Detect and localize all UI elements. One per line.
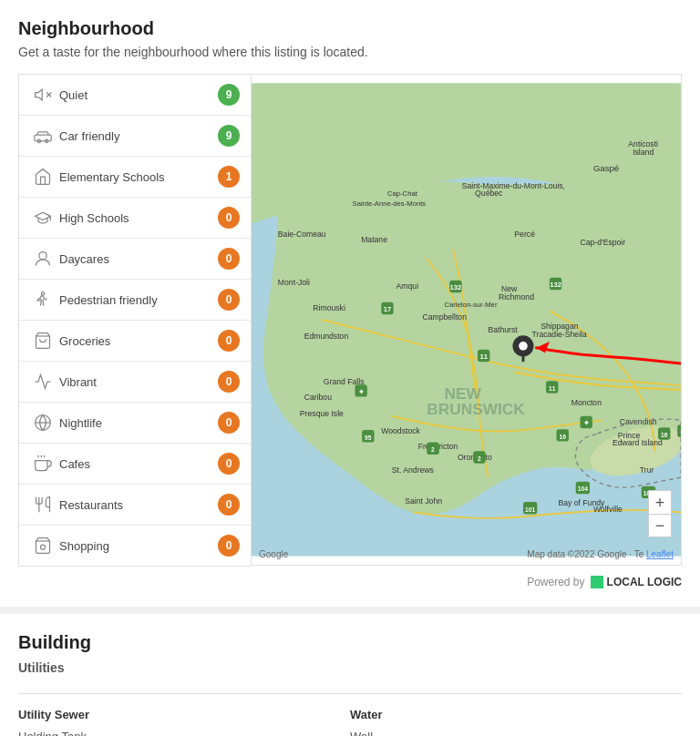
- svg-text:11: 11: [479, 353, 488, 361]
- svg-point-5: [39, 252, 46, 260]
- building-section: Building Utilities Utility Sewer Water H…: [0, 614, 700, 736]
- restaurants-label: Restaurants: [56, 498, 218, 512]
- svg-text:Mont-Joli: Mont-Joli: [278, 278, 310, 287]
- svg-text:Anticosti: Anticosti: [628, 139, 658, 148]
- svg-text:11: 11: [549, 385, 556, 392]
- svg-text:Gaspé: Gaspé: [593, 163, 619, 173]
- neighbourhood-item-elementary-schools[interactable]: Elementary Schools1: [19, 157, 251, 198]
- svg-text:Shippagan: Shippagan: [540, 322, 579, 331]
- neighbourhood-section: Neighbourhood Get a taste for the neighb…: [0, 0, 700, 607]
- svg-text:Edward Island: Edward Island: [612, 438, 663, 447]
- svg-text:✦: ✦: [358, 388, 365, 396]
- neighbourhood-item-pedestrian-friendly[interactable]: Pedestrian friendly0: [19, 280, 251, 321]
- building-title: Building: [18, 632, 682, 653]
- svg-text:Sainte-Anne-des-Monts: Sainte-Anne-des-Monts: [353, 199, 427, 208]
- cafes-icon: [30, 455, 56, 473]
- groceries-label: Groceries: [56, 334, 218, 348]
- neighbourhood-item-nightlife[interactable]: Nightlife0: [19, 403, 251, 444]
- utilities-label: Utilities: [18, 660, 682, 682]
- map-controls: + −: [648, 490, 672, 537]
- svg-text:2: 2: [431, 446, 435, 453]
- neighbourhood-item-daycares[interactable]: Daycares0: [19, 239, 251, 280]
- vibrant-label: Vibrant: [56, 375, 218, 389]
- map-attribution: Map data ©2022 Google · Te Leaflet: [527, 549, 674, 559]
- elementary-schools-label: Elementary Schools: [56, 170, 218, 184]
- svg-text:St. Andrews: St. Andrews: [392, 465, 435, 475]
- svg-text:2: 2: [478, 455, 481, 462]
- restaurants-icon: [30, 496, 56, 514]
- building-table: Utility Sewer Water Holding Tank Well: [18, 693, 682, 736]
- svg-text:BRUNSWICK: BRUNSWICK: [427, 400, 525, 418]
- neighbourhood-item-groceries[interactable]: Groceries0: [19, 321, 251, 362]
- restaurants-badge: 0: [218, 494, 240, 516]
- neighbourhood-item-restaurants[interactable]: Restaurants0: [19, 485, 251, 526]
- map-container: ✦ ✦ ✦ Baie-Comeau Sainte-Anne-des-Monts …: [251, 74, 682, 566]
- svg-text:Amqui: Amqui: [396, 281, 419, 291]
- svg-point-14: [41, 545, 46, 549]
- shopping-label: Shopping: [56, 539, 218, 553]
- svg-rect-2: [35, 135, 51, 141]
- svg-text:Grand Falls: Grand Falls: [324, 377, 365, 386]
- svg-text:Bay of Fundy: Bay of Fundy: [558, 498, 605, 507]
- daycares-label: Daycares: [56, 252, 218, 266]
- svg-text:Rimouski: Rimouski: [313, 303, 345, 312]
- svg-text:132: 132: [450, 283, 462, 291]
- cafes-badge: 0: [218, 453, 240, 475]
- neighbourhood-title: Neighbourhood: [18, 18, 682, 39]
- daycares-badge: 0: [218, 248, 240, 270]
- svg-text:Carleton-sur-Mer: Carleton-sur-Mer: [444, 301, 497, 309]
- daycares-icon: [30, 250, 56, 268]
- utility-sewer-header: Utility Sewer: [18, 708, 89, 721]
- building-header-row: Utility Sewer Water: [18, 703, 682, 725]
- car-friendly-label: Car friendly: [56, 129, 218, 143]
- vibrant-icon: [30, 373, 56, 391]
- svg-text:Tracadie-Sheila: Tracadie-Sheila: [532, 330, 587, 339]
- neighbourhood-item-quiet[interactable]: Quiet9: [19, 75, 251, 116]
- neighbourhood-item-high-schools[interactable]: High Schools0: [19, 198, 251, 239]
- utility-sewer-value: Holding Tank: [18, 730, 87, 736]
- neighbourhood-item-vibrant[interactable]: Vibrant0: [19, 362, 251, 403]
- car-friendly-badge: 9: [218, 125, 240, 147]
- high-schools-badge: 0: [218, 207, 240, 229]
- leaflet-link[interactable]: Leaflet: [646, 549, 674, 559]
- svg-text:132: 132: [550, 281, 561, 289]
- nightlife-badge: 0: [218, 412, 240, 434]
- zoom-out-button[interactable]: −: [648, 514, 672, 537]
- svg-text:✦: ✦: [583, 419, 590, 427]
- pedestrian-friendly-icon: [30, 291, 56, 309]
- quiet-label: Quiet: [56, 88, 218, 102]
- svg-text:101: 101: [525, 506, 535, 513]
- pedestrian-friendly-label: Pedestrian friendly: [56, 293, 218, 307]
- svg-text:95: 95: [365, 434, 372, 441]
- car-friendly-icon: [30, 127, 56, 145]
- svg-text:Island: Island: [633, 148, 654, 157]
- water-value: Well: [350, 730, 373, 736]
- local-logic-logo: LOCAL LOGIC: [591, 576, 682, 588]
- neighbourhood-item-shopping[interactable]: Shopping0: [19, 526, 251, 566]
- svg-text:Moncton: Moncton: [571, 398, 602, 407]
- svg-text:Bathurst: Bathurst: [489, 325, 519, 334]
- quiet-badge: 9: [218, 84, 240, 106]
- neighbourhood-item-cafes[interactable]: Cafes0: [19, 444, 251, 485]
- svg-text:Presque Isle: Presque Isle: [300, 409, 344, 418]
- groceries-badge: 0: [218, 330, 240, 352]
- svg-text:16: 16: [661, 432, 668, 438]
- svg-text:16: 16: [559, 434, 566, 440]
- svg-text:Campbellton: Campbellton: [422, 312, 467, 322]
- neighbourhood-item-car-friendly[interactable]: Car friendly9: [19, 116, 251, 157]
- elementary-schools-badge: 1: [218, 166, 240, 188]
- shopping-badge: 0: [218, 535, 240, 557]
- cafes-label: Cafes: [56, 457, 218, 471]
- water-header: Water: [350, 708, 383, 721]
- high-schools-icon: [30, 209, 56, 227]
- svg-text:17: 17: [384, 305, 392, 313]
- section-divider: [0, 607, 700, 614]
- zoom-in-button[interactable]: +: [648, 490, 672, 514]
- powered-by: Powered by LOCAL LOGIC: [18, 567, 682, 588]
- local-logic-icon: [591, 576, 603, 588]
- neighbourhood-list: Quiet9Car friendly9Elementary Schools1Hi…: [18, 74, 251, 567]
- svg-text:Caribou: Caribou: [304, 393, 332, 402]
- svg-point-87: [519, 342, 528, 351]
- svg-text:Matane: Matane: [361, 235, 387, 244]
- svg-text:Woodstock: Woodstock: [381, 426, 420, 435]
